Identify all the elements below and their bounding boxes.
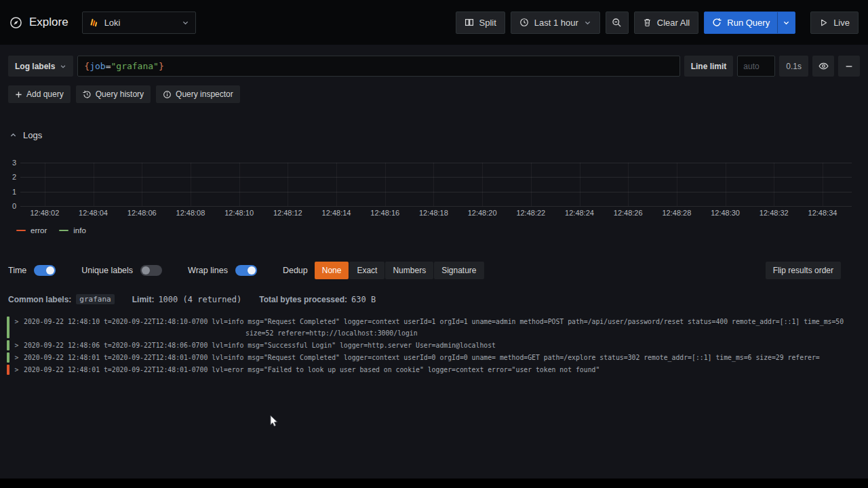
eye-icon	[818, 61, 829, 71]
chart-vgridline	[433, 163, 434, 206]
query-input[interactable]: {job="grafana"}	[77, 56, 679, 77]
clear-all-button[interactable]: Clear All	[634, 12, 698, 34]
query-inspector-label: Query inspector	[176, 89, 233, 99]
live-button[interactable]: Live	[810, 12, 859, 34]
x-tick-label: 12:48:26	[614, 209, 643, 217]
query-history-button[interactable]: Query history	[76, 85, 151, 103]
top-toolbar: Explore Loki Split Last 1 hour	[0, 0, 868, 45]
x-tick-label: 12:48:34	[808, 209, 837, 217]
query-token-string: "grafana"	[111, 61, 158, 71]
chart-vgridline	[677, 163, 677, 206]
chart-hgridline	[20, 192, 852, 192]
line-limit-input[interactable]	[737, 56, 775, 77]
x-tick-label: 12:48:14	[322, 209, 351, 217]
minus-icon	[844, 62, 854, 71]
y-tick-label: 3	[12, 159, 16, 167]
query-inspector-button[interactable]: Query inspector	[156, 85, 240, 103]
run-query-dropdown[interactable]	[777, 12, 795, 33]
plus-icon	[15, 91, 22, 98]
log-row[interactable]: >2020-09-22 12:48:06 t=2020-09-22T12:48:…	[0, 340, 868, 351]
time-range-picker[interactable]: Last 1 hour	[511, 12, 600, 34]
query-duration: 0.1s	[779, 56, 808, 77]
chart-hgridline	[20, 163, 852, 163]
x-tick-label: 12:48:32	[760, 209, 789, 217]
query-token-op: =	[106, 61, 111, 71]
log-line: 2020-09-22 12:48:06 t=2020-09-22T12:48:0…	[24, 340, 859, 351]
legend-label: error	[31, 226, 47, 235]
chart-vgridline	[336, 163, 337, 206]
expand-arrow-icon[interactable]: >	[9, 352, 24, 363]
legend-dash	[16, 230, 26, 231]
legend-item-error[interactable]: error	[16, 226, 47, 235]
query-actions-row: Add query Query history Query inspector	[8, 85, 240, 103]
toggle-knob	[46, 266, 54, 274]
hide-response-button[interactable]	[812, 56, 834, 77]
query-token-brace: {	[84, 61, 90, 71]
toggles: TimeUnique labelsWrap lines	[8, 265, 257, 276]
dedup-option-none[interactable]: None	[315, 262, 349, 279]
add-query-button[interactable]: Add query	[8, 85, 71, 103]
dedup-option-signature[interactable]: Signature	[434, 262, 484, 279]
query-row: Log labels {job="grafana"} Line limit 0.…	[8, 56, 860, 77]
x-tick-label: 12:48:04	[79, 209, 108, 217]
common-labels-badge: grafana	[76, 294, 114, 304]
chevron-up-icon	[9, 131, 17, 139]
expand-arrow-icon[interactable]: >	[9, 364, 24, 375]
expand-arrow-icon[interactable]: >	[9, 340, 24, 351]
line-limit-label: Line limit	[684, 56, 734, 77]
chevron-down-icon	[182, 19, 189, 26]
x-tick-label: 12:48:02	[30, 209, 59, 217]
legend-item-info[interactable]: info	[59, 226, 86, 235]
log-list: >2020-09-22 12:48:10 t=2020-09-22T12:48:…	[0, 316, 868, 376]
run-query-label: Run Query	[727, 18, 770, 28]
datasource-name: Loki	[104, 18, 121, 28]
live-label: Live	[833, 18, 850, 28]
x-tick-label: 12:48:18	[419, 209, 448, 217]
x-tick-label: 12:48:28	[662, 209, 691, 217]
log-labels-dropdown[interactable]: Log labels	[8, 56, 73, 77]
toggle-label: Wrap lines	[188, 266, 228, 275]
zoom-out-button[interactable]	[606, 12, 629, 34]
clear-all-label: Clear All	[657, 18, 690, 28]
log-row[interactable]: >2020-09-22 12:48:01 t=2020-09-22T12:48:…	[0, 352, 868, 363]
query-token-key: job	[90, 61, 105, 71]
log-text: 2020-09-22 12:48:01 t=2020-09-22T12:48:0…	[24, 364, 859, 375]
chart-vgridline	[774, 163, 774, 206]
dedup-option-numbers[interactable]: Numbers	[385, 262, 433, 279]
common-labels-label: Common labels:	[8, 295, 71, 304]
chart-vgridline	[482, 163, 483, 206]
query-history-label: Query history	[96, 89, 144, 99]
x-tick-label: 12:48:24	[565, 209, 594, 217]
wrap-lines-toggle[interactable]	[235, 265, 257, 276]
remove-query-button[interactable]	[838, 56, 860, 77]
run-query-button[interactable]: Run Query	[704, 12, 795, 34]
dedup-group: Dedup NoneExactNumbersSignature	[283, 262, 484, 279]
clock-icon	[519, 18, 529, 27]
logs-panel-header[interactable]: Logs	[9, 130, 42, 140]
chart-vgridline	[823, 163, 823, 206]
datasource-picker[interactable]: Loki	[82, 12, 196, 34]
log-row[interactable]: >2020-09-22 12:48:10 t=2020-09-22T12:48:…	[0, 316, 868, 339]
logs-chart-legend: errorinfo	[16, 226, 86, 235]
x-tick-label: 12:48:16	[370, 209, 399, 217]
page-title: Explore	[29, 16, 68, 29]
unique-labels-toggle[interactable]	[140, 265, 162, 276]
chevron-down-icon	[60, 63, 66, 70]
split-label: Split	[479, 18, 496, 28]
y-tick-label: 2	[12, 173, 16, 181]
logs-panel-title: Logs	[23, 130, 42, 140]
flip-results-order-button[interactable]: Flip results order	[766, 262, 841, 279]
chart-vgridline	[726, 163, 726, 206]
x-tick-label: 12:48:10	[224, 209, 254, 217]
expand-arrow-icon[interactable]: >	[9, 316, 24, 339]
time-toggle[interactable]	[34, 265, 56, 276]
split-button[interactable]: Split	[456, 12, 505, 34]
log-row[interactable]: >2020-09-22 12:48:01 t=2020-09-22T12:48:…	[0, 364, 868, 375]
dedup-option-exact[interactable]: Exact	[349, 262, 384, 279]
log-text: 2020-09-22 12:48:06 t=2020-09-22T12:48:0…	[24, 340, 859, 351]
toggle-group: Time	[8, 265, 56, 276]
query-token-brace: }	[159, 61, 164, 71]
chart-vgridline	[191, 163, 191, 206]
x-tick-label: 12:48:22	[516, 209, 545, 217]
chart-vgridline	[94, 163, 94, 206]
